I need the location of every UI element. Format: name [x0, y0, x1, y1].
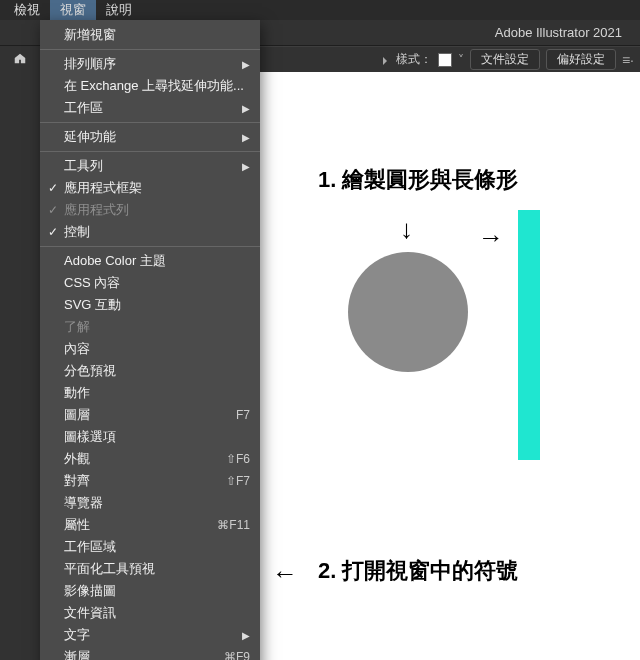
menu-separator — [40, 49, 260, 50]
home-icon — [13, 51, 27, 68]
menu-shortcut: ⇧F7 — [226, 474, 250, 488]
annotation-step2: 2. 打開視窗中的符號 — [318, 556, 518, 586]
menu-item-label: SVG 互動 — [64, 296, 121, 314]
check-icon: ✓ — [48, 203, 58, 217]
menu-item[interactable]: 影像描圖 — [40, 580, 260, 602]
menu-shortcut: ⇧F6 — [226, 452, 250, 466]
menu-item[interactable]: 文字▶ — [40, 624, 260, 646]
menu-item[interactable]: 平面化工具預視 — [40, 558, 260, 580]
arrow-right-icon: → — [478, 224, 504, 250]
menu-item[interactable]: 外觀⇧F6 — [40, 448, 260, 470]
check-icon: ✓ — [48, 225, 58, 239]
menu-item-label: 圖層 — [64, 406, 90, 424]
menu-item-label: 在 Exchange 上尋找延伸功能... — [64, 77, 244, 95]
menu-item[interactable]: 屬性⌘F11 — [40, 514, 260, 536]
menu-item[interactable]: Adobe Color 主題 — [40, 250, 260, 272]
menu-item[interactable]: 導覽器 — [40, 492, 260, 514]
left-panel — [0, 72, 40, 660]
arrow-down-icon: ↓ — [400, 216, 413, 242]
submenu-arrow-icon: ▶ — [242, 59, 250, 70]
menu-shortcut: ⌘F11 — [217, 518, 250, 532]
menu-item[interactable]: 工作區域 — [40, 536, 260, 558]
menu-item[interactable]: CSS 內容 — [40, 272, 260, 294]
menu-item[interactable]: 動作 — [40, 382, 260, 404]
circle-shape[interactable] — [348, 252, 468, 372]
menu-item[interactable]: SVG 互動 — [40, 294, 260, 316]
menu-item-label: 圖樣選項 — [64, 428, 116, 446]
app-title: Adobe Illustrator 2021 — [495, 25, 622, 40]
menu-item-label: 平面化工具預視 — [64, 560, 155, 578]
menu-separator — [40, 122, 260, 123]
menu-item[interactable]: 內容 — [40, 338, 260, 360]
style-swatch[interactable] — [438, 53, 452, 67]
menu-item-label: 分色預視 — [64, 362, 116, 380]
menu-item-label: 工作區域 — [64, 538, 116, 556]
menu-item[interactable]: 工具列▶ — [40, 155, 260, 177]
menu-item[interactable]: ✓應用程式框架 — [40, 177, 260, 199]
menu-item-label: 控制 — [64, 223, 90, 241]
menu-item[interactable]: ✓控制 — [40, 221, 260, 243]
menu-item-label: 應用程式列 — [64, 201, 129, 219]
menu-item[interactable]: 延伸功能▶ — [40, 126, 260, 148]
menu-item-label: CSS 內容 — [64, 274, 120, 292]
submenu-arrow-icon: ▶ — [242, 161, 250, 172]
menu-item-label: 延伸功能 — [64, 128, 116, 146]
menu-item-label: 排列順序 — [64, 55, 116, 73]
menu-item[interactable]: 排列順序▶ — [40, 53, 260, 75]
menu-item-label: 對齊 — [64, 472, 90, 490]
menubar: 檢視 視窗 說明 — [0, 0, 640, 20]
menu-item[interactable]: 對齊⇧F7 — [40, 470, 260, 492]
menu-shortcut: ⌘F9 — [224, 650, 250, 660]
menu-item-label: 導覽器 — [64, 494, 103, 512]
submenu-arrow-icon: ▶ — [242, 132, 250, 143]
menu-item-label: 漸層 — [64, 648, 90, 660]
menu-item-label: 內容 — [64, 340, 90, 358]
menu-item[interactable]: 文件資訊 — [40, 602, 260, 624]
menu-item: 了解 — [40, 316, 260, 338]
submenu-arrow-icon: ▶ — [242, 103, 250, 114]
menu-item-label: 文字 — [64, 626, 90, 644]
menu-item-label: 影像描圖 — [64, 582, 116, 600]
menu-item-label: 屬性 — [64, 516, 90, 534]
submenu-arrow-icon: ▶ — [242, 630, 250, 641]
arrow-left-icon: ← — [272, 560, 298, 586]
check-icon: ✓ — [48, 181, 58, 195]
menu-item-label: 工作區 — [64, 99, 103, 117]
menu-item-label: 了解 — [64, 318, 90, 336]
menu-item-label: 動作 — [64, 384, 90, 402]
menu-view[interactable]: 檢視 — [4, 0, 50, 21]
menu-item-label: Adobe Color 主題 — [64, 252, 166, 270]
menu-help[interactable]: 說明 — [96, 0, 142, 21]
menu-item[interactable]: 圖層F7 — [40, 404, 260, 426]
doc-setup-button[interactable]: 文件設定 — [470, 49, 540, 70]
menu-item[interactable]: 分色預視 — [40, 360, 260, 382]
menu-item[interactable]: 圖樣選項 — [40, 426, 260, 448]
menu-item[interactable]: 新增視窗 — [40, 24, 260, 46]
style-dropdown-icon[interactable]: ˅ — [458, 53, 464, 67]
align-icon[interactable]: ≡· — [622, 52, 634, 68]
menu-item-label: 應用程式框架 — [64, 179, 142, 197]
rectangle-shape[interactable] — [518, 210, 540, 460]
pref-button[interactable]: 偏好設定 — [546, 49, 616, 70]
menu-separator — [40, 246, 260, 247]
window-menu-dropdown: 新增視窗排列順序▶在 Exchange 上尋找延伸功能...工作區▶延伸功能▶工… — [40, 20, 260, 660]
style-label: 樣式： — [396, 51, 432, 68]
menu-item-label: 文件資訊 — [64, 604, 116, 622]
menu-window[interactable]: 視窗 — [50, 0, 96, 21]
menu-item[interactable]: 漸層⌘F9 — [40, 646, 260, 660]
home-button[interactable] — [0, 46, 40, 72]
menu-item[interactable]: 工作區▶ — [40, 97, 260, 119]
chevron-right-icon[interactable] — [380, 55, 390, 65]
menu-item-label: 工具列 — [64, 157, 103, 175]
menu-item[interactable]: 在 Exchange 上尋找延伸功能... — [40, 75, 260, 97]
menu-item-label: 新增視窗 — [64, 26, 116, 44]
menu-shortcut: F7 — [236, 408, 250, 422]
annotation-step1: 1. 繪製圓形與長條形 — [318, 165, 518, 195]
menu-separator — [40, 151, 260, 152]
menu-item: ✓應用程式列 — [40, 199, 260, 221]
menu-item-label: 外觀 — [64, 450, 90, 468]
